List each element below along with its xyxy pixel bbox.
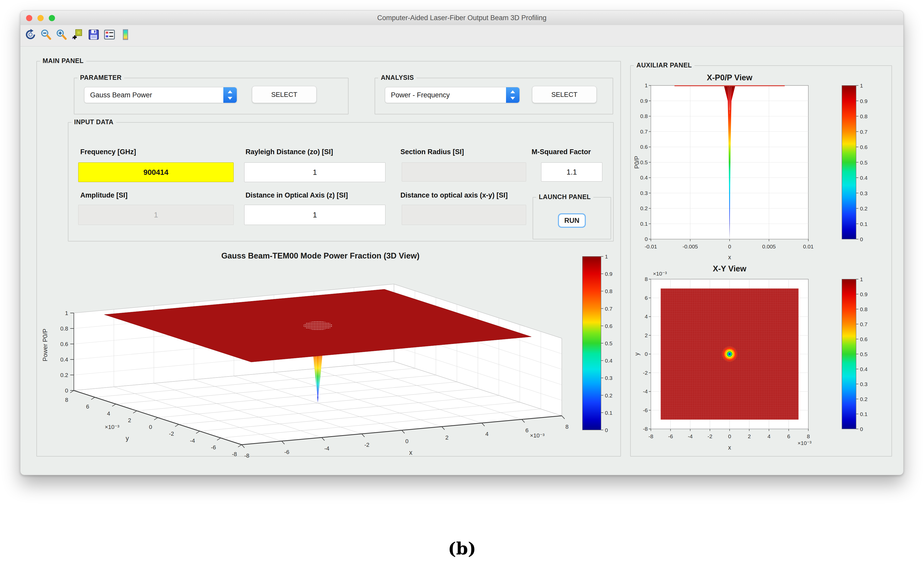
svg-text:0.9: 0.9 (860, 98, 868, 104)
distance-optical-axis-xy-label: Distance to optical axis (x-y) [SI] (401, 191, 508, 201)
svg-text:0.7: 0.7 (860, 321, 868, 327)
input-data-group-label: INPUT DATA (71, 118, 116, 126)
svg-text:0.4: 0.4 (860, 175, 868, 181)
surface-3d-chart: Gauss Beam-TEM00 Mode Power Fraction (3D… (36, 248, 620, 468)
dropdown-stepper-icon (506, 87, 519, 103)
svg-text:0.6: 0.6 (860, 336, 868, 342)
svg-text:4: 4 (485, 431, 488, 437)
save-tool[interactable] (88, 29, 99, 40)
svg-text:X-Y View: X-Y View (713, 264, 747, 273)
app-window: Computer-Aided Laser-Fiber Output Beam 3… (20, 10, 904, 475)
svg-text:-8: -8 (649, 433, 654, 439)
svg-text:x: x (728, 254, 731, 261)
insert-colorbar-tool[interactable] (120, 29, 131, 40)
m-squared-field[interactable]: 1.1 (541, 162, 602, 182)
svg-text:0.9: 0.9 (640, 98, 648, 104)
page: Computer-Aided Laser-Fiber Output Beam 3… (0, 0, 924, 572)
distance-optical-axis-z-field[interactable]: 1 (244, 205, 385, 225)
svg-text:0.6: 0.6 (640, 144, 648, 150)
svg-text:0.2: 0.2 (605, 393, 612, 398)
svg-text:0.4: 0.4 (60, 356, 68, 363)
launch-panel-label: LAUNCH PANEL (536, 193, 593, 201)
svg-text:0: 0 (728, 433, 731, 439)
svg-text:0: 0 (605, 427, 608, 433)
svg-text:0.6: 0.6 (60, 341, 68, 347)
svg-text:0.7: 0.7 (860, 129, 868, 135)
figure-caption: (b) (0, 538, 924, 559)
run-button[interactable]: RUN (558, 213, 586, 228)
svg-text:0.3: 0.3 (605, 375, 612, 381)
svg-text:0.1: 0.1 (860, 221, 868, 227)
svg-text:0: 0 (405, 438, 408, 445)
parameter-dropdown-value: Gauss Beam Power (90, 87, 152, 103)
data-cursor-icon (71, 29, 83, 40)
zoom-in-icon (56, 29, 67, 40)
svg-text:2: 2 (748, 433, 751, 439)
rayleigh-distance-label: Rayleigh Distance (zo) [SI] (245, 148, 333, 157)
svg-text:0.5: 0.5 (605, 340, 612, 346)
analysis-group-label: ANALYSIS (378, 74, 416, 81)
svg-text:×10⁻³: ×10⁻³ (653, 270, 667, 277)
distance-optical-axis-xy-field (402, 205, 526, 225)
svg-text:0: 0 (860, 236, 863, 242)
svg-text:-0.01: -0.01 (644, 244, 657, 249)
svg-text:0.6: 0.6 (860, 144, 868, 150)
svg-text:×10⁻³: ×10⁻³ (530, 432, 545, 439)
amplitude-label: Amplitude [SI] (80, 191, 127, 201)
svg-text:8: 8 (65, 397, 68, 403)
svg-text:8: 8 (644, 276, 648, 282)
svg-text:0: 0 (65, 387, 68, 394)
window-title: Computer-Aided Laser-Fiber Output Beam 3… (20, 11, 903, 25)
section-radius-label: Section Radius [SI] (401, 148, 464, 157)
rotate-3d-tool[interactable] (25, 29, 36, 40)
save-icon (88, 29, 99, 40)
svg-text:-8: -8 (643, 426, 648, 432)
svg-text:-2: -2 (364, 441, 370, 448)
data-cursor-tool[interactable] (71, 29, 83, 40)
svg-text:0.9: 0.9 (605, 271, 612, 277)
svg-text:1: 1 (860, 82, 863, 89)
svg-text:Power P0/P: Power P0/P (42, 329, 48, 362)
svg-text:-4: -4 (190, 437, 195, 444)
colorbar-icon (120, 29, 131, 40)
svg-text:6: 6 (644, 295, 648, 301)
svg-text:0: 0 (644, 351, 648, 357)
analysis-select-button[interactable]: SELECT (532, 86, 596, 103)
m-squared-label: M-Squared Factor (531, 148, 591, 157)
svg-text:2: 2 (445, 434, 449, 441)
svg-text:x: x (409, 449, 413, 456)
svg-text:Gauss Beam-TEM00 Mode Power Fr: Gauss Beam-TEM00 Mode Power Fraction (3D… (221, 251, 419, 260)
svg-text:0.2: 0.2 (860, 396, 868, 402)
svg-text:0: 0 (149, 424, 152, 430)
svg-text:0.3: 0.3 (860, 190, 868, 196)
svg-text:-2: -2 (169, 431, 174, 437)
svg-text:0.7: 0.7 (640, 129, 648, 135)
svg-text:0: 0 (728, 244, 731, 249)
svg-text:0.2: 0.2 (860, 205, 868, 211)
svg-text:0.2: 0.2 (640, 205, 648, 211)
svg-text:2: 2 (128, 417, 131, 423)
parameter-group-label: PARAMETER (78, 74, 124, 81)
zoom-in-tool[interactable] (56, 29, 67, 40)
frequency-field[interactable]: 900414 (78, 162, 234, 182)
svg-text:0.5: 0.5 (640, 159, 648, 165)
amplitude-field: 1 (78, 205, 234, 225)
svg-text:X-P0/P View: X-P0/P View (707, 73, 753, 82)
svg-text:0.8: 0.8 (860, 113, 868, 119)
svg-text:0: 0 (644, 236, 648, 242)
zoom-out-tool[interactable] (40, 29, 52, 40)
rayleigh-distance-field[interactable]: 1 (244, 162, 385, 182)
svg-text:4: 4 (107, 410, 110, 417)
insert-legend-tool[interactable] (104, 29, 115, 40)
rotate-3d-icon (25, 29, 36, 40)
toolbar (20, 25, 903, 47)
analysis-dropdown[interactable]: Power - Frequency (385, 87, 520, 103)
svg-text:1: 1 (65, 310, 68, 316)
parameter-dropdown[interactable]: Gauss Beam Power (84, 87, 237, 103)
svg-text:0.3: 0.3 (860, 381, 868, 387)
svg-text:1: 1 (605, 253, 608, 260)
parameter-select-button[interactable]: SELECT (252, 86, 317, 103)
svg-text:0.4: 0.4 (640, 174, 648, 180)
svg-text:-4: -4 (324, 445, 329, 452)
svg-text:0.3: 0.3 (640, 190, 648, 196)
